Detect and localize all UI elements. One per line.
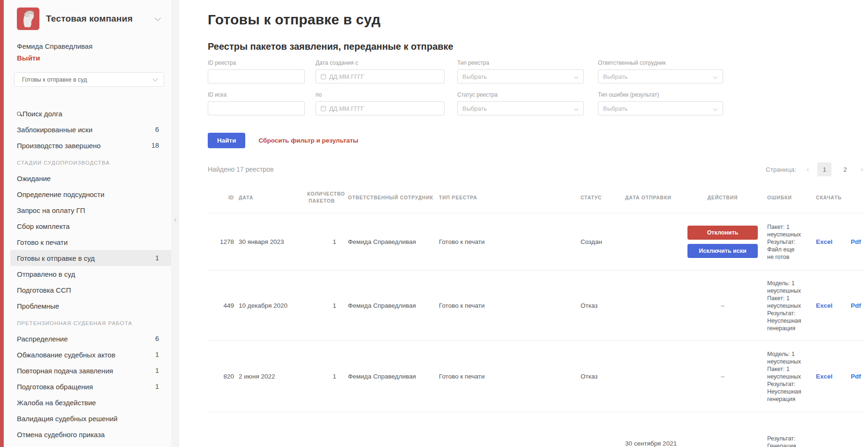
actions-empty-dash: – — [683, 302, 762, 310]
claim-id-input[interactable] — [208, 101, 305, 115]
filter-label: ID реестра — [208, 60, 305, 66]
results-summary: Найдено 17 реестров — [208, 166, 273, 173]
sidebar-item-refiling[interactable]: Повторная подача заявления1 — [10, 363, 171, 379]
col-header-registry-type: ТИП РЕЕСТРА — [435, 194, 575, 201]
download-excel-link[interactable]: Excel — [816, 372, 832, 380]
errors-text: Модель: 1 неуспешных Пакет: 1 неуспешных… — [762, 350, 811, 403]
page-subtitle: Реестры пакетов заявления, переданные к … — [208, 41, 868, 52]
filter-label: Дата создания с — [316, 60, 445, 66]
prev-page-icon[interactable]: ‹ — [805, 165, 811, 174]
col-header-actions: ДЕЙСТВИЯ — [683, 194, 762, 201]
item-count: 18 — [151, 142, 159, 149]
logout-link[interactable]: Выйти — [17, 54, 160, 62]
registries-table: ID ДАТА КОЛИЧЕСТВО ПАКЕТОВ ОТВЕТСТВЕННЫЙ… — [208, 180, 865, 447]
femida-statue-icon — [17, 8, 39, 30]
sidebar-item-problematic[interactable]: Проблемные — [10, 298, 171, 314]
sidebar-item-ready-to-send[interactable]: Готовы к отправке в суд1 — [10, 250, 171, 266]
sidebar-item-inaction-complaint[interactable]: Жалоба на бездействие — [10, 394, 171, 410]
sidebar-item-ssp-preparation[interactable]: Подготовка ССП — [10, 282, 171, 298]
errors-text: Модель: 1 неуспешных Пакет: 1 неуспешных… — [762, 280, 811, 332]
sidebar-item-distribution[interactable]: Распределение6 — [10, 331, 171, 347]
sidebar-divider-band: ‹ — [171, 0, 179, 447]
date-to-input[interactable]: ДД.ММ.ГГГГ — [316, 101, 445, 115]
sidebar-item-appeal-preparation[interactable]: Подготовка обращения1 — [10, 379, 171, 394]
sidebar-item-ready-to-print[interactable]: Готово к печати — [10, 234, 171, 250]
actions-empty-dash: – — [683, 372, 762, 380]
chevron-down-icon — [574, 106, 579, 111]
company-switcher[interactable]: Тестовая компания — [17, 8, 160, 30]
search-button[interactable]: Найти — [208, 133, 245, 148]
left-accent-stripe — [0, 0, 4, 447]
sidebar-section-title: ПРЕТЕНЗИОННАЯ СУДЕБНАЯ РАБОТА — [4, 320, 171, 326]
sidebar-item-debt-search[interactable]: Поиск долга — [10, 106, 171, 121]
filter-label: по — [316, 91, 445, 98]
reset-filters-link[interactable]: Сбросить фильтр и результаты — [258, 137, 358, 144]
errors-text: Пакет: 1 неуспешных Результат: Файл еще … — [762, 223, 811, 261]
page-title: Готовы к отправке в суд — [208, 11, 868, 28]
pagination-label: Страница: — [766, 166, 796, 173]
date-from-input[interactable]: ДД.ММ.ГГГГ — [316, 69, 445, 83]
pagination: Страница: ‹ 1 2 › — [766, 162, 865, 176]
main-content: Готовы к отправке в суд Реестры пакетов … — [179, 0, 868, 447]
filter-label: Тип ошибки (результат) — [598, 91, 723, 98]
col-header-errors: ОШИБКИ — [762, 194, 811, 201]
page-button-1[interactable]: 1 — [817, 162, 831, 176]
exclude-claims-button[interactable]: Исключить иски — [687, 244, 758, 258]
status-text: Создан — [575, 238, 622, 246]
calendar-icon — [321, 74, 326, 79]
sidebar-item-decision-validation[interactable]: Валидация судебных решений — [10, 410, 171, 426]
col-header-date: ДАТА — [234, 194, 307, 201]
company-logo — [17, 8, 39, 30]
filter-label: Статус реестра — [457, 91, 584, 98]
sidebar-item-waiting[interactable]: Ожидание — [10, 170, 171, 186]
stage-dropdown-value: Готовы к отправке в суд — [22, 76, 87, 83]
table-row: 450 24 декабря 2020 1 Фемида Справедлива… — [208, 412, 865, 447]
download-pdf-link[interactable]: Pdf — [851, 302, 861, 310]
status-text: Отказ — [575, 372, 622, 380]
registry-id-input[interactable] — [208, 69, 305, 83]
col-header-download: СКАЧАТЬ — [811, 194, 865, 201]
errors-text: Результат: Генерация не запускалась — [762, 435, 811, 447]
page-button-2[interactable]: 2 — [838, 162, 852, 176]
collapse-sidebar-icon[interactable]: ‹ — [171, 215, 179, 224]
calendar-icon — [321, 106, 326, 111]
employee-select[interactable]: Выбрать — [598, 69, 723, 83]
next-page-icon[interactable]: › — [859, 165, 865, 174]
registry-type-select[interactable]: Выбрать — [457, 69, 584, 83]
chevron-down-icon[interactable] — [155, 15, 161, 21]
col-header-id: ID — [208, 194, 234, 201]
col-header-sent-date: ДАТА ОТПРАВКИ — [622, 194, 683, 201]
filter-label: Ответственный сотрудник — [598, 60, 723, 66]
download-pdf-link[interactable]: Pdf — [851, 238, 861, 246]
chevron-down-icon — [713, 106, 718, 111]
sidebar-item-kit-collection[interactable]: Сбор комплекта — [10, 218, 171, 234]
stage-dropdown[interactable]: Готовы к отправке в суд — [14, 72, 164, 87]
sidebar-item-fee-payment-request[interactable]: Запрос на оплату ГП — [10, 202, 171, 218]
error-type-select[interactable]: Выбрать — [598, 101, 723, 115]
download-excel-link[interactable]: Excel — [816, 302, 832, 310]
sidebar-item-blocked-claims[interactable]: Заблокированные иски 6 — [10, 121, 171, 137]
registry-status-select[interactable]: Выбрать — [457, 101, 584, 115]
filter-label: ID иска — [208, 91, 305, 98]
reject-button[interactable]: Отклонить — [687, 226, 758, 240]
download-excel-link[interactable]: Excel — [816, 238, 832, 246]
status-text: Отказ — [575, 302, 622, 310]
user-name: Фемида Справедливая — [17, 42, 160, 50]
chevron-down-icon — [713, 74, 718, 79]
chevron-down-icon — [574, 74, 579, 79]
sidebar-item-sent-to-court[interactable]: Отправлено в суд — [10, 266, 171, 282]
chevron-down-icon — [152, 76, 158, 81]
sidebar-item-order-cancellation[interactable]: Отмена судебного приказа — [10, 426, 171, 442]
col-header-employee: ОТВЕТСТВЕННЫЙ СОТРУДНИК — [336, 194, 435, 201]
search-icon — [17, 112, 21, 116]
sidebar-item-jurisdiction[interactable]: Определение подсудности — [10, 186, 171, 202]
sidebar-item-appeal[interactable]: Обжалование судебных актов1 — [10, 347, 171, 363]
sidebar-item-production-finished[interactable]: Производство завершено 18 — [10, 137, 171, 153]
filter-form: ID реестра Дата создания с ДД.ММ.ГГГГ Ти… — [208, 60, 868, 112]
item-count: 6 — [155, 126, 159, 133]
col-header-status: СТАТУС — [575, 194, 622, 201]
table-row: 1278 30 января 2023 1 Фемида Справедлива… — [208, 213, 865, 271]
sidebar: Тестовая компания Фемида Справедливая Вы… — [4, 0, 171, 447]
download-pdf-link[interactable]: Pdf — [851, 372, 861, 380]
table-header-row: ID ДАТА КОЛИЧЕСТВО ПАКЕТОВ ОТВЕТСТВЕННЫЙ… — [208, 180, 865, 213]
